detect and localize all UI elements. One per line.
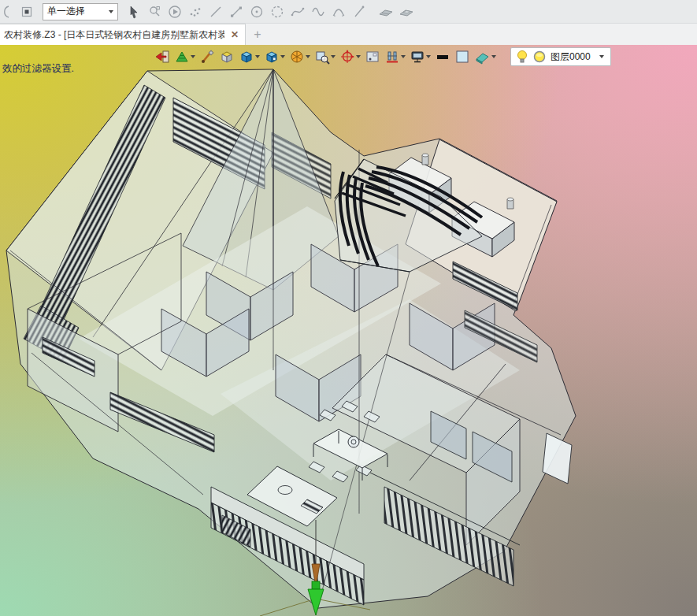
section-icon[interactable] <box>384 48 406 65</box>
chevron-down-icon <box>401 55 406 58</box>
chevron-down-icon <box>599 55 604 58</box>
background-icon[interactable] <box>364 48 381 65</box>
surface-2-icon[interactable] <box>399 4 414 20</box>
new-tab-button[interactable]: + <box>246 24 269 45</box>
status-message: 效的过滤器设置. <box>2 62 74 76</box>
chevron-down-icon <box>491 55 496 58</box>
model-viewport[interactable]: 图层0000 效的过滤器设置. <box>0 45 697 616</box>
curve-wave-icon[interactable] <box>310 4 326 20</box>
points-icon[interactable] <box>187 4 203 20</box>
model-viewport-canvas[interactable] <box>0 45 697 616</box>
circle-icon[interactable] <box>269 4 285 20</box>
zoom-region-icon[interactable] <box>313 48 336 65</box>
line-segment-icon[interactable] <box>228 4 244 20</box>
circle-center-icon[interactable] <box>249 4 265 20</box>
document-tab-bar: 农村装修.Z3 - [日本日式轻钢农村自建房别墅新农村装修] ✕ + <box>0 24 697 45</box>
cube-window-icon[interactable] <box>263 48 286 65</box>
sketch-bracket-icon[interactable] <box>0 4 14 20</box>
play-icon[interactable] <box>167 4 183 20</box>
line-width-icon[interactable] <box>434 48 451 65</box>
tab-title: 农村装修.Z3 - [日本日式轻钢农村自建房别墅新农村装修] <box>4 28 224 42</box>
cube-shaded-icon[interactable] <box>238 48 261 65</box>
color-swatch-icon[interactable] <box>454 48 471 65</box>
chevron-down-icon <box>356 55 361 58</box>
query-gear-icon[interactable] <box>146 4 162 20</box>
display-monitor-icon[interactable] <box>409 48 432 65</box>
box-yellow-icon[interactable] <box>218 48 235 65</box>
tab-close-icon[interactable]: ✕ <box>231 29 239 40</box>
layer-dropdown[interactable]: 图层0000 <box>510 47 611 66</box>
spline-icon[interactable] <box>290 4 306 20</box>
eraser-icon[interactable] <box>473 48 497 65</box>
render-surface-icon[interactable] <box>173 48 196 65</box>
surface-icon[interactable] <box>378 4 394 20</box>
cad-application-window: 单一选择 <box>0 0 697 616</box>
chevron-down-icon <box>109 10 113 13</box>
view-toolbar: 图层0000 <box>153 47 611 66</box>
wireframe-sphere-icon[interactable] <box>288 48 311 65</box>
active-document-tab[interactable]: 农村装修.Z3 - [日本日式轻钢农村自建房别墅新农村装修] ✕ <box>0 24 246 45</box>
brush-icon[interactable] <box>198 48 216 65</box>
selection-mode-value: 单一选择 <box>47 5 85 18</box>
line-icon[interactable] <box>208 4 224 20</box>
building-wireframe <box>6 69 576 608</box>
chevron-down-icon <box>280 55 285 58</box>
lightbulb-icon <box>516 49 528 65</box>
rotate-target-icon[interactable] <box>339 48 361 65</box>
chevron-down-icon <box>255 55 260 58</box>
select-arrow-icon[interactable] <box>126 4 142 20</box>
chevron-down-icon <box>306 55 310 58</box>
chevron-down-icon <box>331 55 336 58</box>
chevron-down-icon <box>426 55 431 58</box>
slash-line-icon[interactable] <box>351 4 367 20</box>
selection-mode-dropdown[interactable]: 单一选择 <box>43 3 118 20</box>
arc-icon[interactable] <box>331 4 347 20</box>
filter-square-icon[interactable] <box>19 4 35 20</box>
layer-name: 图层0000 <box>551 50 591 64</box>
main-toolbar: 单一选择 <box>0 0 697 24</box>
layer-circle-icon <box>532 49 547 65</box>
chevron-down-icon <box>191 55 195 58</box>
exit-sketch-icon[interactable] <box>153 48 171 65</box>
